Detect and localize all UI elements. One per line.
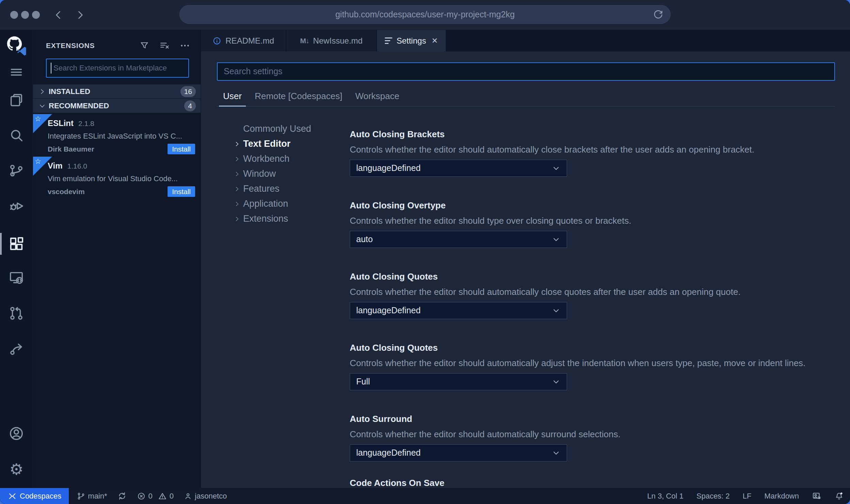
star-icon: ☆ [35,115,41,123]
chevron-right-icon [234,216,240,222]
problems-status[interactable]: 0 0 [137,492,174,501]
clear-search-results-icon[interactable] [159,40,170,51]
panel-title: EXTENSIONS [46,42,95,50]
extension-version: 2.1.8 [78,119,94,129]
language-mode[interactable]: Markdown [765,492,799,501]
sidebar-item-extensions[interactable] [0,230,33,257]
sidebar-item-pull-requests[interactable] [0,300,33,327]
extensions-search-input[interactable] [46,59,189,78]
sidebar-item-search[interactable] [0,122,33,149]
setting-value-dropdown[interactable]: languageDefined [350,302,567,319]
extension-list-item[interactable]: ☆ ESLint 2.1.8 Integrates ESLint JavaScr… [33,114,201,156]
toc-label: Text Editor [243,139,290,149]
filter-icon[interactable] [139,41,149,51]
branch-status[interactable]: main* [77,492,107,501]
settings-gear-button[interactable]: ⚙ [0,456,33,483]
extension-publisher: Dirk Baeumer [48,144,94,154]
chevron-down-icon [552,306,561,315]
setting-auto-closing-brackets: Auto Closing Brackets Controls whether t… [350,128,835,177]
chevron-down-icon [38,101,47,110]
toc-item-commonly-used[interactable]: Commonly Used [234,122,350,137]
pull-request-icon [9,305,24,321]
more-actions-icon[interactable] [179,40,190,51]
cursor-position[interactable]: Ln 3, Col 1 [647,492,683,501]
browser-window: github.com/codespaces/user-my-project-mg… [0,0,850,504]
status-right: Ln 3, Col 1 Spaces: 2 LF Markdown [647,491,850,501]
toc-label: Commonly Used [243,124,311,134]
sidebar-item-remote-explorer[interactable] [0,264,33,291]
install-button[interactable]: Install [168,144,195,154]
setting-value-dropdown[interactable]: Full [350,373,567,390]
scope-tab-remote[interactable]: Remote [Codespaces] [251,91,346,106]
toc-item-workbench[interactable]: Workbench [234,152,350,167]
toc-item-extensions[interactable]: Extensions [234,211,350,226]
address-bar[interactable]: github.com/codespaces/user-my-project-mg… [179,5,671,24]
remote-indicator[interactable]: Codespaces [0,488,69,504]
bell-icon [834,491,844,501]
source-control-icon [9,163,24,178]
sidebar-item-run-debug[interactable] [0,192,33,220]
setting-auto-closing-overtype: Auto Closing Overtype Controls whether t… [350,200,835,248]
close-icon[interactable]: ✕ [431,36,438,45]
window-controls [10,11,40,19]
status-bar: Codespaces main* 0 [0,488,850,504]
toc-label: Workbench [243,154,289,164]
settings-toc: Commonly Used Text Editor [217,107,350,488]
tab-strip: README.md M↓ NewIssue.md Settings ✕ [201,30,850,51]
section-recommended[interactable]: RECOMMENDED 4 [33,99,201,113]
feedback-icon[interactable] [812,491,821,501]
window-minimize-button[interactable] [21,11,29,19]
share-arrow-icon [9,341,24,356]
remote-label: Codespaces [20,492,61,501]
browser-back-button[interactable] [52,8,65,22]
star-icon: ☆ [35,157,41,166]
toc-item-application[interactable]: Application [234,196,350,211]
browser-forward-button[interactable] [73,8,87,22]
tab-label: README.md [225,36,274,46]
indentation[interactable]: Spaces: 2 [696,492,730,501]
branch-label: main* [88,492,107,501]
menu-button[interactable] [0,59,33,86]
scope-tab-workspace[interactable]: Workspace [351,91,404,106]
chevron-right-icon [234,156,240,162]
setting-title: Code Actions On Save [350,477,835,488]
eol-sequence[interactable]: LF [743,492,752,501]
extension-list-item[interactable]: ☆ Vim 1.16.0 Vim emulation for Visual St… [33,157,201,196]
section-label: RECOMMENDED [49,101,109,110]
window-close-button[interactable] [10,11,18,19]
account-button[interactable] [0,420,33,447]
reload-button[interactable] [653,10,663,20]
editor-group: README.md M↓ NewIssue.md Settings ✕ User… [201,30,850,488]
github-codespaces-logo [0,32,33,59]
explorer-files-icon [9,92,24,108]
markdown-icon: M↓ [300,37,309,45]
toc-item-text-editor[interactable]: Text Editor [234,137,350,152]
activity-bar: ⚙ [0,30,33,488]
toc-item-window[interactable]: Window [234,167,350,182]
user-status[interactable]: jasonetco [184,492,227,501]
settings-search-input[interactable] [217,62,835,81]
tab-newissue[interactable]: M↓ NewIssue.md [286,30,377,51]
installed-count-badge: 16 [180,86,196,97]
browser-titlebar: github.com/codespaces/user-my-project-mg… [0,0,850,30]
main-area: ⚙ EXTENSIONS [0,30,850,488]
sidebar-item-source-control[interactable] [0,157,33,184]
toc-item-features[interactable]: Features [234,182,350,196]
gear-icon: ⚙ [9,461,23,477]
setting-value-dropdown[interactable]: languageDefined [350,160,567,177]
install-button[interactable]: Install [168,186,195,197]
sync-button[interactable] [117,491,127,501]
tab-readme[interactable]: README.md [201,30,286,51]
window-maximize-button[interactable] [32,11,40,19]
section-installed[interactable]: INSTALLED 16 [33,84,201,98]
tab-settings[interactable]: Settings ✕ [377,30,446,51]
sidebar-item-explorer[interactable] [0,86,33,114]
setting-value-dropdown[interactable]: languageDefined [350,444,567,461]
recommended-count-badge: 4 [184,100,196,111]
sidebar-item-live-share[interactable] [0,335,33,362]
account-icon [8,425,25,442]
notifications-button[interactable] [834,491,844,501]
setting-value-dropdown[interactable]: auto [350,231,567,248]
scope-tab-user[interactable]: User [219,91,246,106]
error-icon [137,492,146,501]
